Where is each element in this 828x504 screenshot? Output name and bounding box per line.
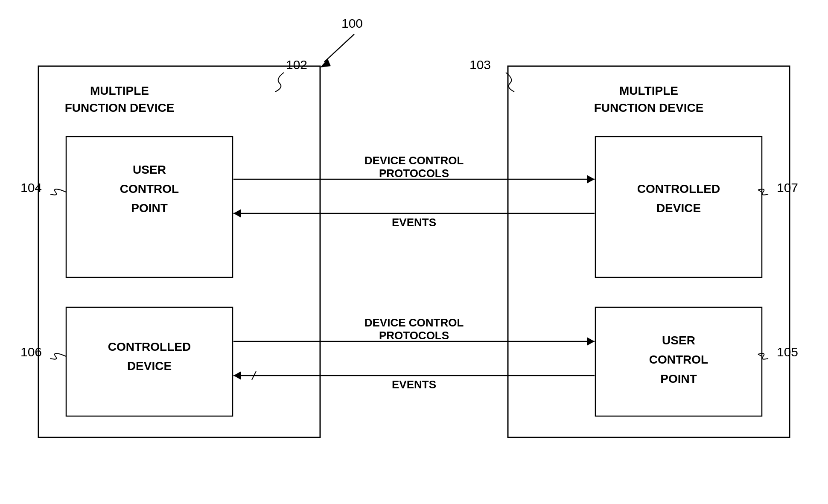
- svg-line-0: [324, 34, 354, 62]
- left-outer-label-line2: FUNCTION DEVICE: [65, 101, 175, 114]
- bottom-right-inner-label1: USER: [662, 334, 695, 347]
- right-outer-label-line2: FUNCTION DEVICE: [594, 101, 704, 114]
- top-left-inner-label1: USER: [133, 163, 166, 176]
- right-outer-label-line1: MULTIPLE: [619, 84, 678, 97]
- ref-104: 104: [20, 181, 42, 195]
- top-left-inner-label3: POINT: [131, 201, 168, 215]
- ref-103: 103: [469, 58, 491, 72]
- bottom-left-inner-label2: DEVICE: [127, 359, 172, 373]
- bottom-right-inner-label2: CONTROL: [649, 353, 708, 366]
- ref-105: 105: [777, 345, 798, 359]
- left-outer-label-line1: MULTIPLE: [90, 84, 149, 97]
- ref-100: 100: [341, 16, 363, 30]
- top-left-inner-label2: CONTROL: [120, 182, 179, 195]
- bottom-forward-label1: DEVICE CONTROL: [364, 316, 464, 329]
- bottom-right-inner-label3: POINT: [660, 372, 697, 385]
- ref-106: 106: [20, 345, 42, 359]
- bottom-backward-label: EVENTS: [392, 378, 436, 391]
- ref-107: 107: [777, 181, 798, 195]
- top-forward-label2: PROTOCOLS: [379, 167, 449, 180]
- diagram-container: 100 MULTIPLE FUNCTION DEVICE 102 MULTIPL…: [0, 0, 828, 504]
- top-forward-label1: DEVICE CONTROL: [364, 154, 464, 167]
- bottom-forward-label2: PROTOCOLS: [379, 329, 449, 342]
- bottom-left-inner-label1: CONTROLLED: [108, 340, 191, 353]
- top-right-inner-label1: CONTROLLED: [637, 182, 720, 195]
- ref-102: 102: [286, 58, 307, 72]
- top-backward-label: EVENTS: [392, 216, 436, 229]
- top-right-inner-label2: DEVICE: [656, 201, 701, 215]
